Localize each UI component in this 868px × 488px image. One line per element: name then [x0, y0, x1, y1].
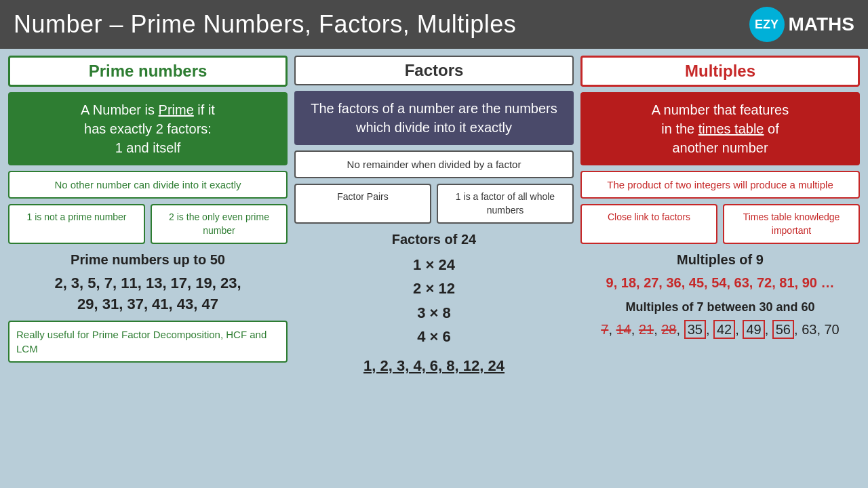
prime-note-left: 1 is not a prime number: [8, 204, 145, 244]
factors-all: 1, 2, 3, 4, 6, 8, 12, 24: [294, 354, 574, 378]
logo-text: MATHS: [789, 14, 854, 35]
factors-note-left: Factor Pairs: [294, 184, 431, 224]
prime-footer: Really useful for Prime Factor Decomposi…: [8, 321, 288, 363]
prime-notes-row: 1 is not a prime number 2 is the only ev…: [8, 204, 288, 244]
factors-list: 1 × 242 × 123 × 84 × 6: [294, 253, 574, 348]
multiples-note-right: Times table knowledge important: [723, 204, 860, 244]
multiples-list-title: Multiples of 9: [580, 252, 860, 268]
factors-note-right: 1 is a factor of all whole numbers: [437, 184, 574, 224]
factors-header: Factors: [294, 56, 574, 85]
factors-note1: No remainder when divided by a factor: [294, 150, 574, 178]
page-title: Number – Prime Numbers, Factors, Multipl…: [14, 10, 516, 39]
factors-definition: The factors of a number are the numbers …: [294, 91, 574, 145]
prime-note1: No other number can divide into it exact…: [8, 171, 288, 199]
multiples-list: 9, 18, 27, 36, 45, 54, 63, 72, 81, 90 …: [580, 273, 860, 292]
factors-column: Factors The factors of a number are the …: [294, 56, 574, 481]
prime-header: Prime numbers: [8, 56, 288, 87]
multiples-note1: The product of two integers will produce…: [580, 171, 860, 199]
prime-list-title: Prime numbers up to 50: [8, 252, 288, 268]
multiples-column: Multiples A number that featuresin the t…: [580, 56, 860, 481]
multiples-note-left: Close link to factors: [580, 204, 717, 244]
multiples-definition: A number that featuresin the times table…: [580, 92, 860, 165]
prime-note-right: 2 is the only even prime number: [151, 204, 288, 244]
multiples-notes-row: Close link to factors Times table knowle…: [580, 204, 860, 244]
multiples-header: Multiples: [580, 56, 860, 87]
factors-notes-row: Factor Pairs 1 is a factor of all whole …: [294, 184, 574, 224]
logo-circle: EZY: [749, 7, 785, 42]
header: Number – Prime Numbers, Factors, Multipl…: [0, 0, 868, 49]
prime-column: Prime numbers A Number is Prime if ithas…: [8, 56, 288, 481]
logo: EZY MATHS: [749, 7, 854, 42]
factors-list-title: Factors of 24: [294, 232, 574, 247]
multiples-list2-title: Multiples of 7 between 30 and 60: [580, 300, 860, 314]
multiples-of-7: 7, 14, 21, 28, 35, 42, 49, 56, 63, 70: [580, 320, 860, 339]
prime-list: 2, 3, 5, 7, 11, 13, 17, 19, 23,29, 31, 3…: [8, 273, 288, 315]
prime-definition: A Number is Prime if ithas exactly 2 fac…: [8, 92, 288, 165]
